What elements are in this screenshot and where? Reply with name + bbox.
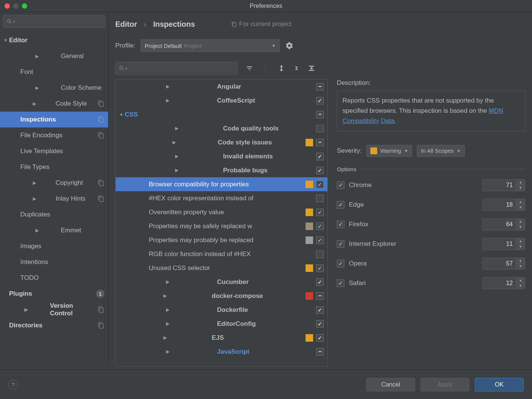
filter-icon[interactable] (246, 64, 253, 72)
inspection-checkbox[interactable] (316, 139, 324, 146)
inspection-row[interactable]: Code quality tools (116, 121, 327, 135)
sidebar-item-editor[interactable]: Editor (0, 32, 108, 48)
minimize-window-button[interactable] (13, 3, 18, 9)
inspection-checkbox[interactable] (316, 306, 324, 314)
mdn-data-link[interactable]: Data (381, 117, 394, 124)
inspection-checkbox[interactable] (316, 125, 324, 132)
inspection-checkbox[interactable] (316, 223, 324, 230)
sidebar-item-live-templates[interactable]: Live Templates (0, 143, 108, 159)
severity-dropdown[interactable]: Warning ▼ (366, 145, 412, 157)
version-input[interactable] (483, 258, 516, 269)
inspection-row[interactable]: RGB color function instead of #HEX (116, 247, 327, 261)
sidebar-item-images[interactable]: Images (0, 238, 108, 254)
sidebar-item-directories[interactable]: Directories (0, 318, 108, 333)
sidebar-item-inspections[interactable]: Inspections (0, 112, 108, 127)
inspection-row[interactable]: JavaScript (116, 345, 327, 359)
spin-down-icon[interactable]: ▼ (516, 244, 525, 250)
inspection-checkbox[interactable] (316, 250, 324, 258)
version-input[interactable] (483, 278, 516, 289)
browser-checkbox[interactable] (337, 181, 344, 189)
spin-down-icon[interactable]: ▼ (516, 283, 525, 289)
gear-icon[interactable] (285, 41, 294, 50)
inspection-row[interactable]: Properties may probably be replaced (116, 233, 327, 247)
inspection-row[interactable]: docker-compose (116, 289, 327, 303)
version-spinner[interactable]: ▲▼ (482, 199, 525, 211)
inspection-row[interactable]: Dockerfile (116, 303, 327, 317)
sidebar-item-duplicates[interactable]: Duplicates (0, 207, 108, 223)
inspection-row[interactable]: Invalid elements (116, 149, 327, 163)
reset-icon[interactable] (308, 64, 315, 72)
version-input[interactable] (483, 219, 516, 230)
browser-checkbox[interactable] (337, 240, 344, 248)
apply-button[interactable]: Apply (420, 378, 469, 391)
inspection-row[interactable]: Cucumber (116, 275, 327, 289)
expand-all-icon[interactable] (278, 64, 285, 72)
collapse-all-icon[interactable] (293, 64, 300, 72)
sidebar-item-plugins[interactable]: Plugins1 (0, 286, 108, 302)
spin-up-icon[interactable]: ▲ (516, 258, 525, 264)
inspection-checkbox[interactable] (316, 97, 324, 104)
help-button[interactable]: ? (8, 380, 18, 390)
scope-dropdown[interactable]: In All Scopes ▼ (417, 145, 465, 157)
inspection-row[interactable]: Probable bugs (116, 163, 327, 177)
sidebar-item-general[interactable]: General (0, 48, 108, 64)
inspection-checkbox[interactable] (316, 111, 324, 118)
inspection-checkbox[interactable] (316, 153, 324, 160)
inspection-checkbox[interactable] (316, 83, 324, 91)
inspection-checkbox[interactable] (316, 278, 324, 286)
version-input[interactable] (483, 238, 516, 250)
sidebar-item-todo[interactable]: TODO (0, 270, 108, 286)
version-input[interactable] (483, 199, 516, 210)
version-spinner[interactable]: ▲▼ (482, 238, 525, 250)
inspection-row[interactable]: Code style issues (116, 135, 327, 149)
sidebar-item-font[interactable]: Font (0, 64, 108, 80)
inspection-checkbox[interactable] (316, 181, 324, 188)
inspection-checkbox[interactable] (316, 195, 324, 202)
version-spinner[interactable]: ▲▼ (482, 179, 525, 191)
inspection-row[interactable]: CoffeeScript (116, 94, 327, 107)
ok-button[interactable]: OK (475, 378, 524, 391)
sidebar-item-inlay-hints[interactable]: Inlay Hints (0, 191, 108, 207)
spin-up-icon[interactable]: ▲ (516, 219, 525, 225)
sidebar-item-file-encodings[interactable]: File Encodings (0, 127, 108, 143)
profile-dropdown[interactable]: Project Default Project ▼ (141, 39, 280, 52)
inspection-row[interactable]: EJS (116, 331, 327, 345)
sidebar-item-color-scheme[interactable]: Color Scheme (0, 80, 108, 96)
spin-up-icon[interactable]: ▲ (516, 180, 525, 186)
spin-down-icon[interactable]: ▼ (516, 205, 525, 210)
inspection-row[interactable]: Properties may be safely replaced w (116, 219, 327, 233)
inspection-checkbox[interactable] (316, 209, 324, 216)
inspection-checkbox[interactable] (316, 167, 324, 174)
spin-up-icon[interactable]: ▲ (516, 199, 525, 205)
version-spinner[interactable]: ▲▼ (482, 258, 525, 270)
sidebar-item-intentions[interactable]: Intentions (0, 254, 108, 270)
inspection-checkbox[interactable] (316, 236, 324, 244)
inspection-checkbox[interactable] (316, 334, 324, 342)
spin-up-icon[interactable]: ▲ (516, 238, 525, 244)
inspection-checkbox[interactable] (316, 348, 324, 356)
maximize-window-button[interactable] (22, 3, 27, 9)
sidebar-item-version-control[interactable]: Version Control (0, 302, 108, 318)
inspection-row[interactable]: Overwritten property value (116, 205, 327, 219)
version-input[interactable] (483, 180, 516, 191)
spin-down-icon[interactable]: ▼ (516, 264, 525, 269)
inspection-row[interactable]: Unused CSS selector (116, 261, 327, 275)
sidebar-search-input[interactable]: ▾ (3, 15, 105, 28)
browser-checkbox[interactable] (337, 221, 344, 228)
inspection-row[interactable]: Browser compatibility for properties (116, 177, 327, 191)
inspection-checkbox[interactable] (316, 292, 324, 300)
inspection-row[interactable]: Angular (116, 80, 327, 94)
cancel-button[interactable]: Cancel (366, 378, 415, 391)
spin-down-icon[interactable]: ▼ (516, 185, 525, 191)
inspection-checkbox[interactable] (316, 320, 324, 328)
sidebar-item-emmet[interactable]: Emmet (0, 223, 108, 238)
sidebar-item-file-types[interactable]: File Types (0, 159, 108, 175)
browser-checkbox[interactable] (337, 260, 344, 267)
inspection-row[interactable]: EditorConfig (116, 317, 327, 331)
version-spinner[interactable]: ▲▼ (482, 218, 525, 230)
inspection-row[interactable]: #HEX color representation instead of (116, 191, 327, 205)
spin-up-icon[interactable]: ▲ (516, 278, 525, 284)
version-spinner[interactable]: ▲▼ (482, 277, 525, 289)
close-window-button[interactable] (5, 3, 10, 9)
sidebar-item-code-style[interactable]: Code Style (0, 96, 108, 112)
